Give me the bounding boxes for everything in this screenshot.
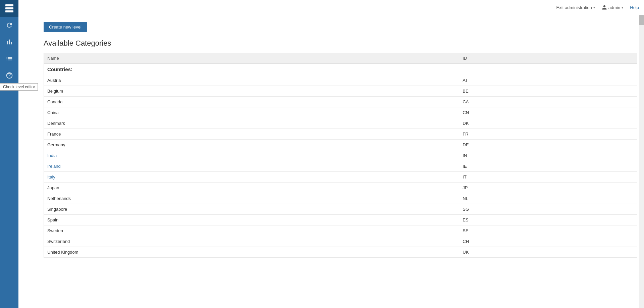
bar-chart-icon[interactable] <box>0 34 18 50</box>
table-row: NetherlandsNL <box>44 193 637 204</box>
country-id-cell: SG <box>459 204 637 215</box>
table-row: United KingdomUK <box>44 247 637 258</box>
country-name-cell: Austria <box>44 75 459 86</box>
scrollbar[interactable] <box>639 0 644 308</box>
exit-chevron-icon: ▾ <box>593 6 595 9</box>
country-name-cell[interactable]: India <box>44 150 459 161</box>
page-title: Available Categories <box>44 39 637 48</box>
user-icon <box>602 5 607 10</box>
country-id-cell: DK <box>459 118 637 129</box>
create-new-level-button[interactable]: Create new level <box>44 22 87 32</box>
country-id-cell: ES <box>459 215 637 225</box>
country-name-cell: Switzerland <box>44 236 459 247</box>
svg-rect-0 <box>5 4 13 6</box>
table-row: IndiaIN <box>44 150 637 161</box>
table-row: IrelandIE <box>44 161 637 172</box>
svg-rect-2 <box>5 10 13 12</box>
country-name-cell[interactable]: Ireland <box>44 161 459 172</box>
country-id-cell: FR <box>459 129 637 140</box>
sidebar <box>0 0 18 308</box>
table-row: FranceFR <box>44 129 637 140</box>
col-header-id: ID <box>459 53 637 64</box>
country-name-cell: Netherlands <box>44 193 459 204</box>
country-name-cell: Belgium <box>44 86 459 97</box>
country-id-cell: JP <box>459 183 637 193</box>
country-link[interactable]: Italy <box>47 174 55 179</box>
refresh-icon[interactable] <box>0 17 18 34</box>
country-id-cell: CN <box>459 107 637 118</box>
table-row: DenmarkDK <box>44 118 637 129</box>
country-name-cell: France <box>44 129 459 140</box>
country-name-cell: China <box>44 107 459 118</box>
country-name-cell: Spain <box>44 215 459 225</box>
country-name-cell: Japan <box>44 183 459 193</box>
table-row: AustriaAT <box>44 75 637 86</box>
country-id-cell: SE <box>459 225 637 236</box>
country-id-cell: CH <box>459 236 637 247</box>
table-row: SwitzerlandCH <box>44 236 637 247</box>
country-id-cell: CA <box>459 97 637 107</box>
admin-chevron-icon: ▾ <box>622 6 623 9</box>
country-link[interactable]: India <box>47 153 57 158</box>
country-id-cell: AT <box>459 75 637 86</box>
country-id-cell: IT <box>459 172 637 183</box>
scroll-thumb[interactable] <box>639 15 644 25</box>
topbar: Exit administration ▾ admin ▾ Help <box>18 0 644 15</box>
table-row: SingaporeSG <box>44 204 637 215</box>
country-name-cell: Sweden <box>44 225 459 236</box>
help-link[interactable]: Help <box>630 5 639 10</box>
country-link[interactable]: Ireland <box>47 164 61 169</box>
table-row: BelgiumBE <box>44 86 637 97</box>
country-name-cell: Germany <box>44 140 459 150</box>
country-id-cell: IN <box>459 150 637 161</box>
list-icon[interactable] <box>0 50 18 67</box>
country-name-cell[interactable]: Italy <box>44 172 459 183</box>
country-name-cell: Canada <box>44 97 459 107</box>
check-level-editor-tooltip[interactable]: Check level editor <box>0 83 38 91</box>
table-row: SwedenSE <box>44 225 637 236</box>
country-name-cell: Denmark <box>44 118 459 129</box>
country-id-cell: DE <box>459 140 637 150</box>
table-row: SpainES <box>44 215 637 225</box>
categories-table: Name ID Countries:AustriaATBelgiumBECana… <box>44 53 637 258</box>
table-row: JapanJP <box>44 183 637 193</box>
svg-rect-1 <box>5 7 13 9</box>
exit-administration-label: Exit administration <box>556 5 592 10</box>
table-row: CanadaCA <box>44 97 637 107</box>
country-name-cell: United Kingdom <box>44 247 459 258</box>
country-id-cell: IE <box>459 161 637 172</box>
col-header-name: Name <box>44 53 459 64</box>
main-content: Create new level Available Categories Na… <box>37 15 644 308</box>
country-id-cell: BE <box>459 86 637 97</box>
exit-administration-button[interactable]: Exit administration ▾ <box>556 5 595 10</box>
table-row: ItalyIT <box>44 172 637 183</box>
settings-ring-icon[interactable] <box>0 67 18 84</box>
country-id-cell: NL <box>459 193 637 204</box>
table-row: GermanyDE <box>44 140 637 150</box>
country-name-cell: Singapore <box>44 204 459 215</box>
country-id-cell: UK <box>459 247 637 258</box>
table-header-row: Name ID <box>44 53 637 64</box>
admin-label: admin <box>608 5 620 10</box>
admin-user-menu[interactable]: admin ▾ <box>602 5 623 10</box>
section-header-row: Countries: <box>44 64 637 75</box>
table-row: ChinaCN <box>44 107 637 118</box>
app-logo[interactable] <box>0 0 18 17</box>
